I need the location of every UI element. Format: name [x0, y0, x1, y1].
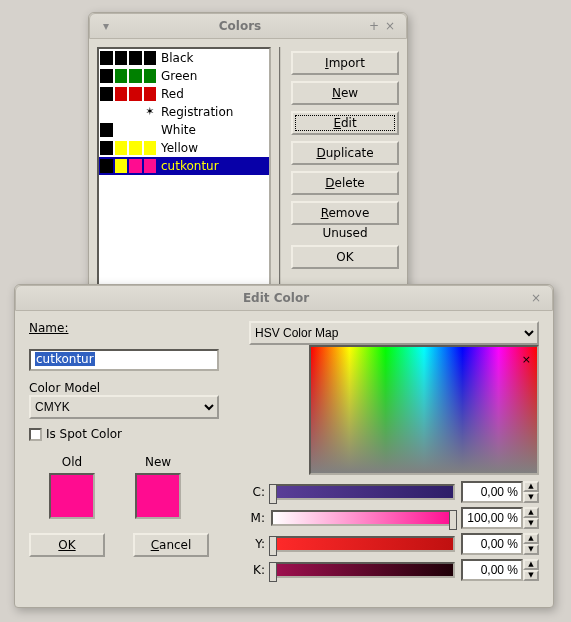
color-swatch	[144, 51, 157, 65]
name-label: Name:	[29, 321, 68, 335]
colors-titlebar[interactable]: ▾ Colors + ×	[89, 13, 407, 39]
color-swatch	[129, 141, 142, 155]
color-list-label: Registration	[161, 105, 233, 119]
slider-thumb[interactable]	[269, 484, 277, 504]
hsv-color-map[interactable]: ×	[309, 345, 539, 475]
window-menu-icon[interactable]: ▾	[98, 19, 114, 33]
k-slider[interactable]	[271, 562, 455, 578]
color-list-label: White	[161, 123, 196, 137]
checkbox-icon[interactable]	[29, 428, 42, 441]
spin-up-icon[interactable]: ▲	[523, 481, 539, 492]
color-list-item[interactable]: Red	[99, 85, 269, 103]
colors-ok-button[interactable]: OK	[291, 245, 399, 269]
color-actions: Import New Edit Duplicate Delete Remove …	[279, 47, 399, 287]
edit-button[interactable]: Edit	[291, 111, 399, 135]
color-list-item[interactable]: Black	[99, 49, 269, 67]
m-label: M:	[249, 511, 265, 525]
color-list-label: Red	[161, 87, 184, 101]
color-swatch	[115, 141, 128, 155]
edit-color-window: Edit Color × Name: cutkontur Color Model…	[14, 284, 554, 608]
color-list[interactable]: BlackGreenRed✶RegistrationWhiteYellowcut…	[97, 47, 271, 287]
spin-up-icon[interactable]: ▲	[523, 559, 539, 570]
duplicate-button[interactable]: Duplicate	[291, 141, 399, 165]
spin-down-icon[interactable]: ▼	[523, 518, 539, 529]
spin-up-icon[interactable]: ▲	[523, 507, 539, 518]
spin-down-icon[interactable]: ▼	[523, 570, 539, 581]
name-input[interactable]: cutkontur	[29, 349, 219, 371]
m-spinner[interactable]: ▲▼	[461, 507, 539, 529]
color-swatch	[100, 69, 113, 83]
ok-button[interactable]: OK	[29, 533, 105, 557]
y-slider[interactable]	[271, 536, 455, 552]
edit-color-titlebar[interactable]: Edit Color ×	[15, 285, 553, 311]
k-label: K:	[249, 563, 265, 577]
color-swatch	[100, 105, 113, 119]
spot-color-checkbox[interactable]: Is Spot Color	[29, 427, 239, 441]
color-swatch	[144, 159, 157, 173]
color-swatch	[100, 159, 113, 173]
new-button[interactable]: New	[291, 81, 399, 105]
colors-window: ▾ Colors + × BlackGreenRed✶RegistrationW…	[88, 12, 408, 302]
color-swatch	[129, 51, 142, 65]
import-button[interactable]: Import	[291, 51, 399, 75]
spot-color-label: Is Spot Color	[46, 427, 122, 441]
y-spinner[interactable]: ▲▼	[461, 533, 539, 555]
color-list-label: Black	[161, 51, 193, 65]
color-swatch	[144, 87, 157, 101]
close-icon[interactable]: ×	[528, 291, 544, 305]
color-swatch	[100, 123, 113, 137]
color-map-select[interactable]: HSV Color Map	[249, 321, 539, 345]
edit-left-column: Name: cutkontur Color Model CMYK Is Spot…	[29, 321, 239, 557]
color-swatch	[100, 87, 113, 101]
color-list-label: Green	[161, 69, 197, 83]
color-swatch	[129, 105, 142, 119]
new-color-swatch	[135, 473, 181, 519]
edit-right-column: HSV Color Map × C:▲▼M:▲▼Y:▲▼K:▲▼	[249, 321, 539, 581]
color-swatch	[115, 105, 128, 119]
close-icon[interactable]: ×	[382, 19, 398, 33]
color-swatch	[129, 87, 142, 101]
slider-thumb[interactable]	[269, 562, 277, 582]
k-value-input[interactable]	[461, 559, 523, 581]
color-list-item[interactable]: White	[99, 121, 269, 139]
color-swatch	[129, 123, 142, 137]
color-list-item[interactable]: cutkontur	[99, 157, 269, 175]
remove-unused-button[interactable]: Remove Unused	[291, 201, 399, 225]
edit-color-title: Edit Color	[24, 291, 528, 305]
color-list-label: cutkontur	[161, 159, 219, 173]
color-swatch	[115, 51, 128, 65]
plus-icon[interactable]: +	[366, 19, 382, 33]
y-value-input[interactable]	[461, 533, 523, 555]
color-swatch	[129, 69, 142, 83]
c-spinner[interactable]: ▲▼	[461, 481, 539, 503]
slider-thumb[interactable]	[449, 510, 457, 530]
color-list-item[interactable]: Green	[99, 67, 269, 85]
m-slider[interactable]	[271, 510, 455, 526]
name-input-value: cutkontur	[35, 352, 95, 366]
slider-thumb[interactable]	[269, 536, 277, 556]
c-value-input[interactable]	[461, 481, 523, 503]
color-swatch	[129, 159, 142, 173]
color-model-select[interactable]: CMYK	[29, 395, 219, 419]
color-swatch	[100, 51, 113, 65]
color-model-label: Color Model	[29, 381, 239, 395]
color-swatch	[115, 123, 128, 137]
color-swatch	[115, 69, 128, 83]
c-slider[interactable]	[271, 484, 455, 500]
color-list-item[interactable]: ✶Registration	[99, 103, 269, 121]
spin-down-icon[interactable]: ▼	[523, 544, 539, 555]
spin-up-icon[interactable]: ▲	[523, 533, 539, 544]
m-value-input[interactable]	[461, 507, 523, 529]
delete-button[interactable]: Delete	[291, 171, 399, 195]
y-label: Y:	[249, 537, 265, 551]
color-swatch	[100, 141, 113, 155]
spin-down-icon[interactable]: ▼	[523, 492, 539, 503]
k-spinner[interactable]: ▲▼	[461, 559, 539, 581]
color-list-label: Yellow	[161, 141, 198, 155]
cancel-button[interactable]: Cancel	[133, 533, 209, 557]
new-label: New	[135, 455, 181, 469]
color-swatch	[115, 159, 128, 173]
color-swatch	[144, 69, 157, 83]
color-swatch	[115, 87, 128, 101]
color-list-item[interactable]: Yellow	[99, 139, 269, 157]
